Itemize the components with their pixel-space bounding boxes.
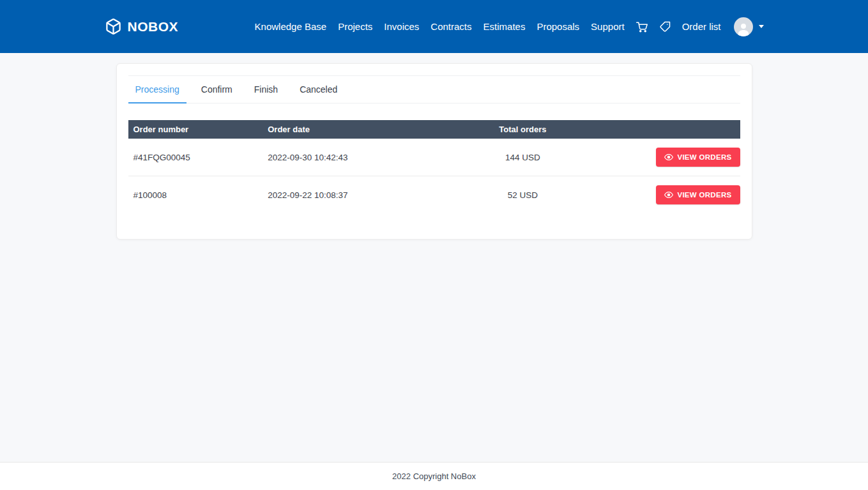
orders-card: Processing Confirm Finish Canceled Order…: [116, 63, 752, 240]
table-row: #100008 2022-09-22 10:08:37 52 USD: [128, 176, 740, 214]
nav-item-support[interactable]: Support: [591, 21, 625, 32]
footer: 2022 Copyright NoBox: [0, 462, 868, 490]
page: NOBOX Knowledge Base Projects Invoices C…: [0, 0, 868, 490]
order-date-cell: 2022-09-30 10:42:43: [263, 139, 416, 176]
column-header-order-number: Order number: [128, 120, 263, 139]
view-orders-label: VIEW ORDERS: [677, 191, 731, 199]
tab-processing[interactable]: Processing: [128, 76, 187, 103]
box-icon: [105, 18, 122, 35]
column-header-order-date: Order date: [263, 120, 416, 139]
table-header-row: Order number Order date Total orders: [128, 120, 740, 139]
order-number-cell: #100008: [128, 176, 263, 214]
eye-icon: [664, 153, 673, 162]
view-orders-button[interactable]: VIEW ORDERS: [656, 185, 740, 204]
eye-icon: [664, 190, 673, 199]
order-date-cell: 2022-09-22 10:08:37: [263, 176, 416, 214]
nav-item-knowledge-base[interactable]: Knowledge Base: [255, 21, 327, 32]
user-menu[interactable]: [734, 17, 764, 36]
nav-item-estimates[interactable]: Estimates: [483, 21, 526, 32]
orders-table: Order number Order date Total orders #41…: [128, 120, 740, 213]
copyright-text: 2022 Copyright NoBox: [392, 471, 476, 481]
nav-item-invoices[interactable]: Invoices: [384, 21, 419, 32]
avatar: [734, 17, 753, 36]
chevron-down-icon: [759, 25, 764, 28]
column-header-actions: [630, 120, 740, 139]
brand-logo[interactable]: NOBOX: [105, 18, 179, 35]
navbar-container: NOBOX Knowledge Base Projects Invoices C…: [105, 0, 764, 53]
cart-icon[interactable]: [636, 21, 648, 33]
table-row: #41FQG00045 2022-09-30 10:42:43 144 USD: [128, 139, 740, 176]
view-orders-button[interactable]: VIEW ORDERS: [656, 148, 740, 167]
nav-item-projects[interactable]: Projects: [338, 21, 372, 32]
tab-confirm[interactable]: Confirm: [194, 76, 240, 103]
main-content: Processing Confirm Finish Canceled Order…: [0, 53, 868, 462]
brand-text: NOBOX: [128, 19, 179, 34]
nav-item-contracts[interactable]: Contracts: [430, 21, 471, 32]
order-status-tabs: Processing Confirm Finish Canceled: [128, 75, 740, 103]
nav-item-order-list[interactable]: Order list: [682, 21, 721, 32]
order-number-cell: #41FQG00045: [128, 139, 263, 176]
view-orders-label: VIEW ORDERS: [677, 153, 731, 161]
tab-finish[interactable]: Finish: [247, 76, 285, 103]
tab-canceled[interactable]: Canceled: [293, 76, 344, 103]
navbar: NOBOX Knowledge Base Projects Invoices C…: [0, 0, 868, 53]
total-orders-cell: 144 USD: [416, 139, 630, 176]
tag-icon[interactable]: [659, 21, 671, 33]
total-orders-cell: 52 USD: [416, 176, 630, 214]
nav-item-proposals[interactable]: Proposals: [537, 21, 579, 32]
nav-menu: Knowledge Base Projects Invoices Contrac…: [255, 17, 764, 36]
column-header-total-orders: Total orders: [416, 120, 630, 139]
